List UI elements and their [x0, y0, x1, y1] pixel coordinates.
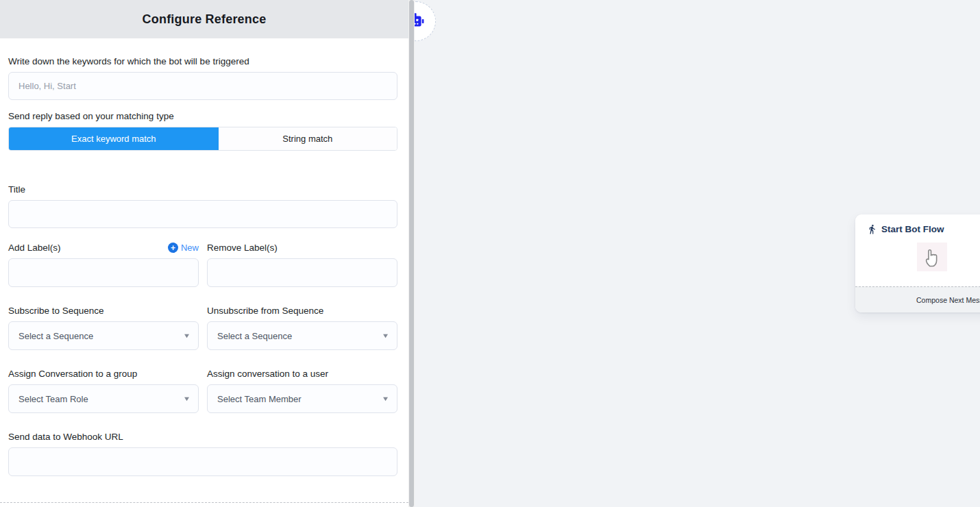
assign-user-value: Select Team Member [217, 394, 302, 404]
add-labels-label: Add Label(s) [8, 243, 61, 253]
node-title: Start Bot Flow [881, 224, 944, 234]
chevron-down-icon: ▼ [183, 332, 191, 339]
chevron-down-icon: ▼ [382, 332, 390, 339]
webhook-input[interactable] [8, 447, 397, 476]
keywords-label: Write down the keywords for which the bo… [8, 56, 397, 66]
new-label-link[interactable]: + New [168, 243, 199, 253]
chevron-down-icon: ▼ [382, 395, 390, 402]
exact-keyword-match-option[interactable]: Exact keyword match [9, 127, 219, 150]
hand-cursor-icon [917, 243, 947, 271]
compose-next-message-label[interactable]: Compose Next Message [916, 296, 980, 304]
title-label: Title [8, 184, 397, 195]
remove-labels-label: Remove Label(s) [207, 243, 278, 253]
add-labels-input[interactable] [8, 258, 199, 287]
matching-type-toggle: Exact keyword match String match [8, 127, 397, 151]
new-link-text: New [181, 243, 199, 253]
assign-user-label: Assign conversation to a user [207, 369, 397, 379]
unsubscribe-sequence-value: Select a Sequence [217, 331, 292, 341]
subscribe-sequence-value: Select a Sequence [19, 331, 93, 341]
node-header: Start Bot Flow [855, 214, 980, 234]
unsubscribe-sequence-label: Unsubscribe from Sequence [207, 306, 397, 316]
subscribe-sequence-label: Subscribe to Sequence [8, 306, 199, 316]
start-bot-flow-node[interactable]: Start Bot Flow Compose Next Message [855, 214, 980, 312]
assign-group-value: Select Team Role [19, 394, 88, 404]
string-match-option[interactable]: String match [219, 127, 397, 150]
chevron-down-icon: ▼ [183, 395, 191, 402]
panel-scrollbar[interactable] [408, 0, 415, 507]
assign-user-select[interactable]: Select Team Member ▼ [207, 384, 397, 413]
panel-header: Configure Reference [0, 0, 408, 38]
keywords-input[interactable] [8, 72, 397, 100]
configure-reference-panel: Configure Reference Write down the keywo… [0, 0, 408, 507]
remove-labels-input[interactable] [207, 258, 397, 287]
matching-type-label: Send reply based on your matching type [8, 111, 397, 121]
walking-person-icon [867, 224, 877, 234]
panel-title: Configure Reference [143, 12, 267, 27]
unsubscribe-sequence-select[interactable]: Select a Sequence ▼ [207, 321, 397, 350]
scrollbar-thumb[interactable] [409, 0, 414, 507]
webhook-label: Send data to Webhook URL [8, 432, 397, 442]
title-input[interactable] [8, 200, 397, 228]
assign-group-label: Assign Conversation to a group [8, 369, 199, 379]
subscribe-sequence-select[interactable]: Select a Sequence ▼ [8, 321, 199, 350]
assign-group-select[interactable]: Select Team Role ▼ [8, 384, 199, 413]
flow-canvas[interactable]: Start Bot Flow Compose Next Message [415, 0, 980, 507]
node-footer: Compose Next Message [855, 286, 980, 312]
panel-bottom-divider [0, 502, 408, 503]
plus-icon: + [168, 243, 178, 253]
